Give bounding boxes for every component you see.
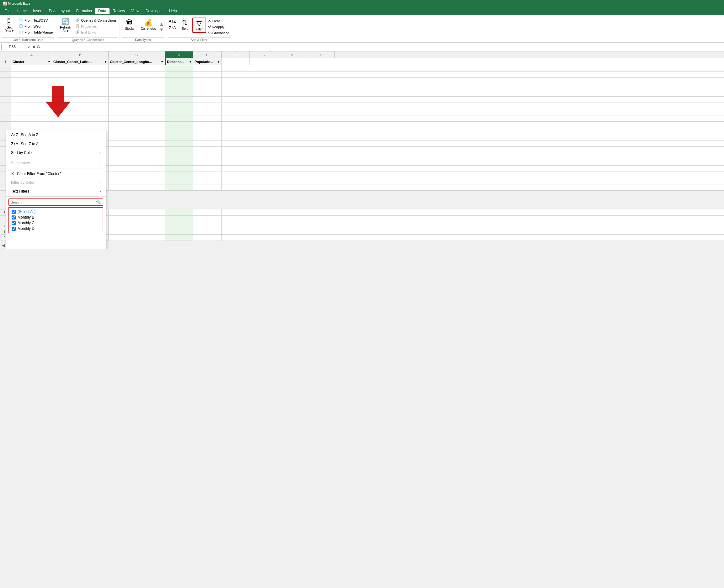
menu-developer[interactable]: Developer xyxy=(142,8,166,14)
cell-data-16-D[interactable] xyxy=(165,166,193,172)
monthly-b-item[interactable]: Monthly B xyxy=(12,214,100,220)
monthly-c-item[interactable]: Monthly C xyxy=(12,220,100,226)
cell-92-C[interactable] xyxy=(108,228,165,235)
menu-view[interactable]: View xyxy=(128,8,142,14)
menu-home[interactable]: Home xyxy=(14,8,30,14)
sort-a-to-z-item[interactable]: A↑Z Sort A to Z xyxy=(6,130,106,139)
queries-connections-button[interactable]: 🔗 Queries & Connections xyxy=(74,18,118,23)
col-header-H[interactable]: H xyxy=(278,51,306,58)
cell-data-2-C[interactable] xyxy=(108,78,165,84)
cell-data-3-A[interactable] xyxy=(11,84,52,90)
cell-data-12-D[interactable] xyxy=(165,141,193,147)
cell-data-11-D[interactable] xyxy=(165,134,193,141)
cell-data-0-A[interactable] xyxy=(11,65,52,71)
cell-data-1-D[interactable] xyxy=(165,71,193,78)
cell-data-16-C[interactable] xyxy=(108,166,165,172)
clear-filter-button[interactable]: ✕ Clear xyxy=(207,18,231,23)
cell-data-2-D[interactable] xyxy=(165,78,193,84)
cell-89-D[interactable] xyxy=(165,209,193,216)
formula-cancel-icon[interactable]: ✕ xyxy=(32,44,36,49)
cell-data-3-E[interactable] xyxy=(193,84,222,90)
filter-by-color-item[interactable]: Filter by Color › xyxy=(6,178,106,187)
cell-data-14-D[interactable] xyxy=(165,153,193,159)
cell-data-0-E[interactable] xyxy=(193,65,222,71)
cell-data-9-C[interactable] xyxy=(108,122,165,128)
formula-input[interactable] xyxy=(41,44,723,50)
cell-data-1-E[interactable] xyxy=(193,71,222,78)
filter-button[interactable]: ▽ Filter xyxy=(193,18,206,33)
cell-data-9-E[interactable] xyxy=(193,122,222,128)
col-header-C[interactable]: C xyxy=(108,51,165,58)
cell-data-12-E[interactable] xyxy=(193,141,222,147)
menu-data[interactable]: Data xyxy=(95,8,109,14)
filter-search-input[interactable] xyxy=(11,201,96,204)
header-cell-A[interactable]: Cluster ▼ xyxy=(11,58,52,65)
cell-data-15-E[interactable] xyxy=(193,159,222,166)
from-text-csv-button[interactable]: 📄 From Text/CSV xyxy=(18,18,54,23)
cell-91-D[interactable] xyxy=(165,222,193,228)
filter-dropdown-D[interactable]: ▼ xyxy=(189,60,192,63)
cell-data-3-D[interactable] xyxy=(165,84,193,90)
cell-89-C[interactable] xyxy=(108,209,165,216)
cell-data-3-C[interactable] xyxy=(108,84,165,90)
cell-data-16-E[interactable] xyxy=(193,166,222,172)
header-cell-E[interactable]: Populatio... ▼ xyxy=(193,58,222,65)
menu-insert[interactable]: Insert xyxy=(30,8,45,14)
cell-data-8-E[interactable] xyxy=(193,115,222,122)
cell-data-5-A[interactable] xyxy=(11,97,52,103)
cell-data-1-B[interactable] xyxy=(52,71,108,78)
cell-data-9-D[interactable] xyxy=(165,122,193,128)
cell-data-17-D[interactable] xyxy=(165,172,193,178)
col-header-A[interactable]: A xyxy=(11,51,52,58)
cell-data-7-E[interactable] xyxy=(193,109,222,115)
cell-data-18-D[interactable] xyxy=(165,178,193,184)
cell-data-4-B[interactable] xyxy=(52,90,108,97)
cell-data-6-A[interactable] xyxy=(11,103,52,109)
cell-data-2-A[interactable] xyxy=(11,78,52,84)
cell-data-7-D[interactable] xyxy=(165,109,193,115)
cell-91-C[interactable] xyxy=(108,222,165,228)
cell-data-6-B[interactable] xyxy=(52,103,108,109)
cell-data-4-C[interactable] xyxy=(108,90,165,97)
cell-data-15-D[interactable] xyxy=(165,159,193,166)
filter-dropdown-B[interactable]: ▼ xyxy=(104,60,107,63)
sheet-view-item[interactable]: Sheet View › xyxy=(6,159,106,167)
cell-data-7-B[interactable] xyxy=(52,109,108,115)
cell-data-8-C[interactable] xyxy=(108,115,165,122)
cell-90-D[interactable] xyxy=(165,216,193,222)
cell-data-5-D[interactable] xyxy=(165,97,193,103)
cell-data-19-E[interactable] xyxy=(193,184,222,191)
text-filters-item[interactable]: Text Filters › xyxy=(6,187,106,196)
formula-fx-icon[interactable]: fx xyxy=(37,44,40,49)
cell-data-1-C[interactable] xyxy=(108,71,165,78)
col-header-I[interactable]: I xyxy=(306,51,335,58)
filter-dropdown-A[interactable]: ▼ xyxy=(48,60,51,63)
cell-data-17-C[interactable] xyxy=(108,172,165,178)
cell-92-D[interactable] xyxy=(165,228,193,235)
cell-data-13-C[interactable] xyxy=(108,147,165,153)
cell-data-1-A[interactable] xyxy=(11,71,52,78)
filter-dropdown-E[interactable]: ▼ xyxy=(217,60,220,63)
cell-data-6-E[interactable] xyxy=(193,103,222,109)
cell-data-6-D[interactable] xyxy=(165,103,193,109)
cell-data-14-E[interactable] xyxy=(193,153,222,159)
cell-data-6-C[interactable] xyxy=(108,103,165,109)
cell-data-8-B[interactable] xyxy=(52,115,108,122)
sort-button[interactable]: ⇅ Sort xyxy=(178,18,192,32)
sort-by-color-item[interactable]: Sort by Color › xyxy=(6,148,106,157)
cell-data-8-D[interactable] xyxy=(165,115,193,122)
cell-data-4-D[interactable] xyxy=(165,90,193,97)
monthly-d-checkbox[interactable] xyxy=(12,227,16,231)
cell-reference-box[interactable] xyxy=(1,44,23,50)
cell-data-4-E[interactable] xyxy=(193,90,222,97)
filter-dropdown-C[interactable]: ▼ xyxy=(161,60,163,63)
cell-data-12-C[interactable] xyxy=(108,141,165,147)
cell-92-E[interactable] xyxy=(193,228,222,235)
cell-data-5-C[interactable] xyxy=(108,97,165,103)
cell-data-10-D[interactable] xyxy=(165,128,193,134)
header-cell-B[interactable]: Cluster_Center_Latitu... ▼ xyxy=(52,58,108,65)
menu-file[interactable]: File xyxy=(1,8,14,14)
sort-z-to-a-item[interactable]: Z↑A Sort Z to A xyxy=(6,139,106,148)
header-cell-C[interactable]: Cluster_Center_Longitu... ▼ xyxy=(108,58,165,65)
menu-review[interactable]: Review xyxy=(109,8,128,14)
